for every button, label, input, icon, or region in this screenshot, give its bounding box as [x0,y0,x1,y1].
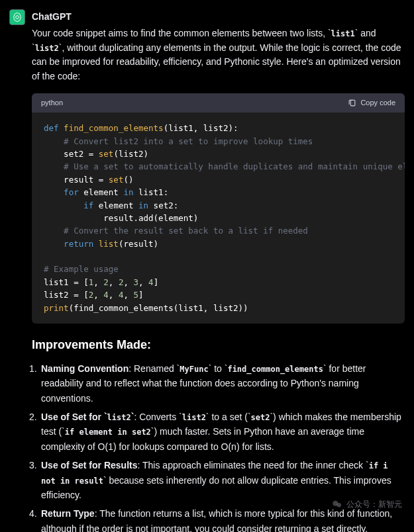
svg-rect-1 [351,100,356,106]
code-inline: list2 [35,44,59,53]
assistant-name: ChatGPT [32,9,72,24]
intro-paragraph: Your code snippet aims to find the commo… [32,26,405,84]
list-item: Use of Set for `list2`: Converts `list2`… [32,410,405,454]
code-block: python Copy code def find_common_element… [32,93,405,324]
svg-point-3 [336,503,341,508]
code-header: python Copy code [32,93,405,113]
clipboard-icon [348,99,356,107]
openai-icon [12,12,23,22]
list-item: Use of Set for Results: This approach el… [32,458,405,502]
wechat-icon [332,499,342,510]
watermark: 公众号：新智元 [332,498,402,511]
list-item: Naming Convention: Renamed `MyFunc` to `… [32,361,405,406]
code-content[interactable]: def find_common_elements(list1, list2): … [32,112,405,324]
svg-point-0 [16,16,19,19]
copy-code-button[interactable]: Copy code [348,97,395,109]
code-inline: list1 [331,29,355,38]
assistant-avatar [9,9,25,25]
improvements-heading: Improvements Made: [32,335,405,355]
code-language-label: python [41,97,63,109]
